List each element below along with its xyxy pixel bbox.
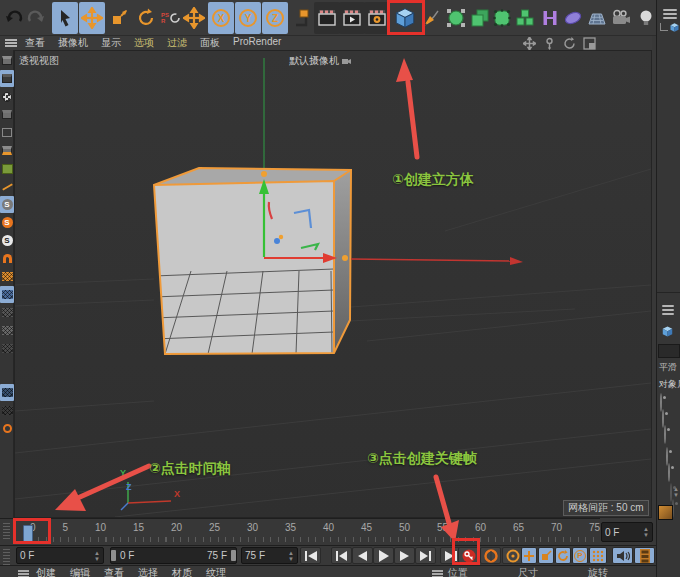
edges-mode-icon[interactable] <box>0 124 14 141</box>
timeline-mode-icon[interactable] <box>634 547 655 564</box>
range-end-handle[interactable] <box>231 550 236 561</box>
pan-view-icon[interactable] <box>523 37 536 50</box>
spline-disc-icon[interactable] <box>560 2 586 34</box>
axis-mode-icon[interactable] <box>0 178 14 195</box>
viewport[interactable]: 透视视图 默认摄像机 网格间距 : 50 cm Y Z X <box>14 50 652 518</box>
material-preview[interactable] <box>658 505 673 520</box>
frame-range-slider[interactable]: 0 F 75 F <box>110 547 237 564</box>
mesh-tool-3-icon[interactable] <box>0 322 14 339</box>
menu-item[interactable]: 摄像机 <box>58 36 88 50</box>
ruler-tick-label: 75 <box>589 522 600 533</box>
cube-object-icon[interactable] <box>669 22 680 33</box>
filter-ring-icon[interactable] <box>0 420 14 437</box>
rotate-tool-icon[interactable] <box>133 2 159 34</box>
dolly-view-icon[interactable] <box>543 37 556 50</box>
cube-object[interactable] <box>154 168 351 354</box>
mesh-tool-selected-icon[interactable] <box>0 286 14 303</box>
make-editable-icon[interactable] <box>0 52 14 69</box>
select-arrow-icon[interactable] <box>52 2 78 34</box>
menu-item[interactable]: ProRender <box>233 36 281 50</box>
menu-item[interactable]: 过滤 <box>167 36 187 50</box>
axis-y-lock-icon[interactable]: Y <box>235 2 261 34</box>
attributes-tab[interactable]: 平滑 <box>659 361 677 374</box>
key-parameter-toggle-icon[interactable]: P <box>572 547 588 564</box>
orbit-view-icon[interactable] <box>563 37 576 50</box>
redo-icon[interactable] <box>23 2 49 34</box>
menu-item[interactable]: 选择 <box>138 566 158 577</box>
render-picture-viewer-icon[interactable] <box>339 2 365 34</box>
grid-spacing-label: 网格间距 : 50 cm <box>563 500 649 516</box>
end-frame-field[interactable]: 75 F▲▼ <box>241 547 298 564</box>
menu-item[interactable]: 创建 <box>36 566 56 577</box>
key-pla-toggle-icon[interactable] <box>589 547 607 564</box>
menu-item[interactable]: 显示 <box>101 36 121 50</box>
attributes-menu-icon[interactable] <box>662 303 674 317</box>
play-forward-icon[interactable] <box>373 547 394 564</box>
move-global-icon[interactable] <box>181 2 207 34</box>
ruler-grip-handle[interactable] <box>3 523 10 541</box>
snap-enable-icon[interactable]: S <box>0 196 14 213</box>
prev-frame-icon[interactable] <box>352 547 373 564</box>
toggle-view-icon[interactable] <box>583 37 596 50</box>
attribute-radio[interactable] <box>664 425 666 444</box>
autokey-icon[interactable] <box>480 547 501 564</box>
menu-item[interactable]: 查看 <box>25 36 45 50</box>
menu-item[interactable]: 面板 <box>200 36 220 50</box>
subdivision-surface-icon[interactable] <box>443 2 469 34</box>
goto-next-key-icon[interactable] <box>415 547 436 564</box>
attributes-cube-icon <box>661 325 674 338</box>
menu-item[interactable]: 选项 <box>134 36 154 50</box>
camera-label[interactable]: 默认摄像机 <box>289 54 351 68</box>
attribute-radio[interactable] <box>668 463 670 482</box>
floor-icon[interactable] <box>584 2 610 34</box>
viewport-menu-burger-icon[interactable] <box>5 38 17 49</box>
camera-badge-icon <box>342 57 351 65</box>
attributes-field[interactable] <box>658 344 680 358</box>
key-scale-toggle-icon[interactable] <box>538 547 554 564</box>
key-rotation-toggle-icon[interactable] <box>555 547 571 564</box>
next-frame-icon[interactable] <box>394 547 415 564</box>
model-mode-icon[interactable] <box>0 70 14 87</box>
camera-scene-icon[interactable] <box>608 2 634 34</box>
scale-tool-icon[interactable] <box>106 2 132 34</box>
bottom-menu-burger-icon[interactable] <box>18 569 29 577</box>
menu-item[interactable]: 查看 <box>104 566 124 577</box>
current-frame-field[interactable]: 0 F▲▼ <box>16 547 104 564</box>
viewport-controls <box>523 37 596 50</box>
points-mode-icon[interactable] <box>0 106 14 123</box>
texture-mode-icon[interactable] <box>0 88 14 105</box>
menu-item[interactable]: 材质 <box>172 566 192 577</box>
panel-scroll-arrows[interactable]: ▲▼ <box>673 486 679 498</box>
axis-z-lock-icon[interactable]: Z <box>262 2 288 34</box>
snap-quantize-icon[interactable]: S <box>0 214 14 231</box>
array-icon[interactable] <box>512 2 538 34</box>
mesh-selected-2-icon[interactable] <box>0 384 14 401</box>
workplane-mode-icon[interactable] <box>0 160 14 177</box>
ruler-frame-spinner[interactable]: 0 F▲▼ <box>601 522 653 542</box>
coordinates-burger-icon[interactable] <box>432 569 443 577</box>
ruler-tick-label: 10 <box>95 522 106 533</box>
keyframe-selection-icon[interactable] <box>502 547 523 564</box>
mesh-dark-icon[interactable] <box>0 402 14 419</box>
range-start-handle[interactable] <box>111 550 116 561</box>
coordinate-system-icon[interactable] <box>289 2 315 34</box>
key-position-toggle-icon[interactable] <box>521 547 537 564</box>
mesh-tool-2-icon[interactable] <box>0 304 14 321</box>
magnet-tool-icon[interactable] <box>0 250 14 267</box>
snap-settings-icon[interactable]: S <box>0 232 14 249</box>
goto-start-icon[interactable] <box>300 547 321 564</box>
mesh-tool-4-icon[interactable] <box>0 340 14 357</box>
object-manager-menu-icon[interactable] <box>663 7 677 21</box>
attributes-section-title: 对象属 <box>659 378 680 391</box>
timeline-ruler[interactable]: 051015202530354045505560657075 <box>0 518 600 545</box>
move-tool-icon[interactable] <box>79 2 105 34</box>
view-label[interactable]: 透视视图 <box>19 54 59 68</box>
polygons-mode-icon[interactable] <box>0 142 14 159</box>
goto-prev-key-icon[interactable] <box>331 547 352 564</box>
menu-item[interactable]: 编辑 <box>70 566 90 577</box>
render-view-icon[interactable] <box>314 2 340 34</box>
menu-item[interactable]: 纹理 <box>206 566 226 577</box>
mesh-tool-1-icon[interactable] <box>0 268 14 285</box>
axis-x-lock-icon[interactable]: X <box>208 2 234 34</box>
sound-toggle-icon[interactable] <box>612 547 633 564</box>
